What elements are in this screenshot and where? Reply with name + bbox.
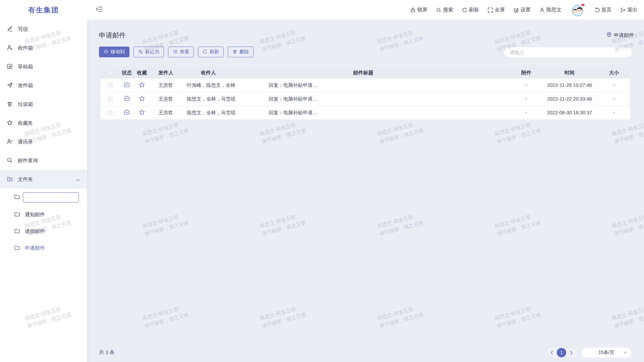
- folder-item-application[interactable]: 申请邮件: [0, 240, 87, 256]
- row-checkbox[interactable]: [108, 97, 113, 102]
- breadcrumb: 申请邮件: [606, 32, 634, 39]
- mail-from: 王洪哲: [150, 96, 185, 102]
- trash-icon: [232, 49, 237, 55]
- send-icon: [7, 82, 13, 89]
- page-size-select[interactable]: 15条/页: [582, 348, 631, 358]
- refresh-list-button[interactable]: 刷新: [198, 47, 224, 57]
- row-checkbox[interactable]: [108, 110, 113, 115]
- col-favorite: 收藏: [134, 70, 150, 76]
- sidebar-item-inbox[interactable]: 收件箱: [0, 39, 87, 57]
- sidebar-item-contacts[interactable]: 通讯录: [0, 132, 87, 151]
- sidebar-item-folders[interactable]: 文件夹: [0, 170, 87, 189]
- sidebar: 写信 收件箱 草稿箱: [0, 20, 87, 362]
- mail-from: 王洪哲: [150, 82, 185, 88]
- mail-size: -: [598, 82, 630, 88]
- location-pin-icon: [606, 32, 612, 39]
- mail-subject: 回复：电脑补贴申请…: [269, 96, 512, 102]
- pencil-icon: [7, 26, 13, 33]
- current-user-button[interactable]: 陈思文: [539, 7, 561, 13]
- current-page[interactable]: 1: [557, 348, 566, 357]
- star-icon: [7, 120, 13, 127]
- folder-icon: [14, 245, 20, 252]
- col-from: 发件人: [150, 70, 185, 76]
- mail-size: -: [598, 96, 630, 102]
- user-avatar[interactable]: [570, 2, 586, 18]
- chevron-down-icon: [624, 352, 627, 354]
- refresh-icon: [462, 7, 467, 13]
- delete-button[interactable]: 删除: [228, 47, 254, 57]
- folder-plus-icon: [7, 176, 13, 183]
- settings-button[interactable]: 设置: [514, 7, 531, 13]
- sidebar-item-favorites[interactable]: 收藏夹: [0, 114, 87, 132]
- topbar-actions: 锁屏 搜索 刷新: [410, 2, 637, 18]
- favorite-star-icon[interactable]: [139, 81, 145, 89]
- pagination: 1 15条/页: [546, 348, 631, 358]
- mail-attachment: -: [512, 82, 541, 88]
- chevron-up-icon: [76, 177, 80, 182]
- mail-read-icon: [123, 95, 130, 103]
- row-checkbox[interactable]: [108, 83, 113, 88]
- new-folder-row: [0, 189, 87, 206]
- mail-to: 叶海峰，陈思文，全林: [185, 82, 269, 88]
- main-content: 申请邮件 申请邮件 移动到: [87, 20, 644, 362]
- lock-icon: [410, 7, 416, 13]
- move-icon: [104, 49, 108, 55]
- home-button[interactable]: 首页: [594, 7, 611, 13]
- col-size: 大小: [598, 70, 630, 76]
- mail-subject: 回复：电脑补贴申请…: [269, 82, 512, 88]
- logout-icon: [620, 7, 626, 13]
- favorite-star-icon[interactable]: [139, 109, 145, 117]
- inbox-user-icon: [7, 45, 13, 52]
- next-page-button[interactable]: [569, 349, 574, 357]
- fullscreen-button[interactable]: 全屏: [488, 7, 505, 13]
- folder-item-leave[interactable]: 请假邮件: [0, 223, 87, 240]
- search-icon: [7, 157, 13, 164]
- col-status: 状态: [119, 70, 134, 76]
- mail-subject: 回复：电脑补贴申请…: [269, 110, 512, 116]
- total-count: 共 3 条: [99, 349, 115, 356]
- mail-app: 有生集团 锁屏: [0, 0, 644, 362]
- mark-as-button[interactable]: 标记为: [133, 47, 164, 57]
- folder-item-notice[interactable]: 通知邮件: [0, 206, 87, 223]
- sidebar-item-compose[interactable]: 写信: [0, 20, 87, 39]
- search-icon: [436, 7, 441, 13]
- move-to-button[interactable]: 移动到: [99, 47, 129, 57]
- mail-time: 2022-11-22 20:33:46: [541, 96, 598, 102]
- mail-to: 陈思文，全林，马雪瑶: [185, 110, 269, 116]
- prev-page-button[interactable]: [549, 349, 554, 357]
- mail-row[interactable]: 王洪哲 陈思文，全林，马雪瑶 回复：电脑补贴申请… - 2022-06-30 1…: [101, 106, 630, 120]
- mail-read-icon: [123, 109, 130, 117]
- refresh-button[interactable]: 刷新: [462, 7, 479, 13]
- new-folder-input[interactable]: [23, 192, 79, 202]
- mail-attachment: -: [512, 96, 541, 102]
- mail-filter-input[interactable]: [504, 47, 632, 57]
- logout-button[interactable]: 退出: [620, 7, 637, 13]
- search-button[interactable]: 搜索: [436, 7, 453, 13]
- folder-icon: [14, 228, 20, 235]
- mail-time: 2022-06-30 16:30:37: [541, 110, 598, 115]
- mail-size: -: [598, 110, 630, 115]
- mail-row[interactable]: 王洪哲 叶海峰，陈思文，全林 回复：电脑补贴申请… - 2022-11-28 1…: [101, 78, 630, 92]
- mail-table: 状态 收藏 发件人 收件人 邮件标题 附件 时间 大小: [101, 67, 630, 120]
- page-title: 申请邮件: [99, 31, 126, 40]
- folder-icon: [14, 194, 20, 201]
- sidebar-item-trash[interactable]: 垃圾箱: [0, 95, 87, 114]
- mail-row[interactable]: 王洪哲 陈思文，全林，马雪瑶 回复：电脑补贴申请… - 2022-11-22 2…: [101, 92, 630, 106]
- trash-icon: [7, 101, 13, 108]
- sidebar-item-drafts[interactable]: 草稿箱: [0, 57, 87, 76]
- toolbar: 移动到 标记为: [99, 47, 254, 57]
- lock-screen-button[interactable]: 锁屏: [410, 7, 427, 13]
- view-button[interactable]: 查看: [168, 47, 194, 57]
- favorite-star-icon[interactable]: [139, 95, 145, 103]
- sidebar-item-mail-search[interactable]: 邮件查询: [0, 151, 87, 170]
- mail-time: 2022-11-28 10:27:46: [541, 82, 598, 88]
- sidebar-item-sent[interactable]: 发件箱: [0, 76, 87, 95]
- mark-icon: [138, 49, 143, 55]
- menu-fold-icon: [96, 6, 103, 13]
- contacts-icon: [7, 138, 13, 145]
- refresh-icon: [203, 49, 207, 55]
- sidebar-collapse-button[interactable]: [96, 6, 103, 13]
- select-all-checkbox[interactable]: [108, 70, 113, 75]
- col-attachment: 附件: [512, 70, 541, 76]
- col-time: 时间: [541, 70, 598, 76]
